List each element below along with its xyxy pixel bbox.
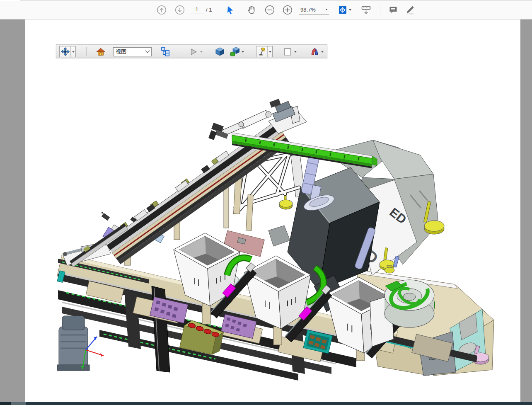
speech-bubble-icon	[388, 5, 398, 15]
circle-arrow-up-icon	[157, 5, 167, 15]
circle-plus-icon	[283, 5, 293, 15]
toolbar-separator	[219, 4, 219, 15]
page-down-button[interactable]	[174, 5, 185, 15]
taskbar-edge	[0, 402, 532, 405]
zoom-level-field[interactable]: 98.7%	[299, 5, 329, 15]
scrolling-mode-button[interactable]	[360, 5, 372, 15]
pdf-toolbar: / 1 98.7%	[0, 0, 532, 19]
cursor-arrow-icon	[226, 5, 235, 15]
home-icon	[96, 47, 105, 56]
view-dropdown[interactable]: 视图	[113, 47, 152, 56]
3d-toolbar: 视图	[56, 44, 327, 58]
home-view-button[interactable]	[95, 46, 106, 57]
circle-arrow-down-icon	[175, 5, 185, 15]
hand-icon	[247, 5, 256, 15]
render-mode-button[interactable]	[230, 46, 240, 57]
highlighter-button[interactable]	[404, 5, 415, 15]
background-swatch-icon	[283, 47, 292, 56]
view-dropdown-value: 视图	[116, 48, 126, 56]
hand-tool-button[interactable]	[246, 5, 257, 15]
zoom-level-value: 98.7%	[300, 7, 316, 13]
pdf-page	[25, 19, 520, 402]
fit-to-page-button[interactable]	[337, 5, 351, 15]
rotate-pan-button[interactable]	[60, 46, 70, 57]
render-mode-menu[interactable]	[240, 46, 245, 57]
caret-down-icon	[325, 9, 328, 10]
caret-down-icon	[200, 51, 203, 53]
play-animation-menu[interactable]	[199, 46, 204, 57]
pencil-icon	[404, 5, 415, 15]
caret-down-icon	[72, 51, 75, 53]
rotate-tool-group	[59, 46, 76, 57]
page-total-label: / 1	[206, 7, 212, 13]
cross-section-group	[309, 46, 325, 57]
comment-button[interactable]	[388, 5, 399, 15]
lighting-button[interactable]	[256, 46, 267, 57]
toolbar-separator	[380, 4, 380, 15]
chevron-down-icon	[145, 49, 150, 53]
zoom-in-button[interactable]	[282, 5, 293, 15]
caret-down-icon	[349, 9, 351, 11]
play-animation-group	[188, 46, 204, 57]
four-way-arrows-icon	[60, 47, 70, 56]
caret-down-icon	[321, 51, 324, 53]
cube-green-face-icon	[230, 47, 240, 57]
default-view-button[interactable]	[214, 46, 225, 57]
model-tree-button[interactable]	[160, 46, 171, 57]
lighting-group	[256, 46, 273, 57]
3d-toolbar-separator	[86, 47, 87, 56]
caret-down-icon	[269, 51, 271, 53]
select-tool-button[interactable]	[225, 5, 236, 15]
background-color-button[interactable]	[282, 46, 293, 57]
rotate-tool-menu[interactable]	[70, 46, 75, 57]
caret-down-icon	[242, 51, 244, 53]
circle-minus-icon	[265, 5, 275, 15]
render-mode-group	[230, 46, 245, 57]
page-number-input[interactable]	[190, 5, 204, 14]
3d-toolbar-separator	[178, 47, 178, 56]
fit-page-icon	[338, 5, 348, 15]
cross-section-icon	[310, 47, 319, 56]
play-animation-button[interactable]	[188, 46, 199, 57]
lighting-menu[interactable]	[267, 46, 272, 57]
background-color-menu[interactable]	[293, 46, 298, 57]
caret-down-icon	[294, 51, 297, 53]
page-up-button[interactable]	[156, 5, 167, 15]
desk-lamp-icon	[257, 47, 267, 56]
background-color-group	[282, 46, 298, 57]
corner-notch	[0, 0, 19, 1]
taskbar-segment	[11, 402, 26, 405]
model-tree-icon	[161, 47, 170, 56]
cube-icon	[215, 47, 225, 56]
cross-section-menu[interactable]	[320, 46, 325, 57]
zoom-out-button[interactable]	[264, 5, 275, 15]
scroll-mode-icon	[360, 5, 372, 15]
pdf-viewer-window: / 1 98.7%	[0, 0, 532, 405]
play-icon	[189, 47, 198, 56]
taskbar-segment	[0, 402, 11, 405]
cross-section-button[interactable]	[309, 46, 320, 57]
